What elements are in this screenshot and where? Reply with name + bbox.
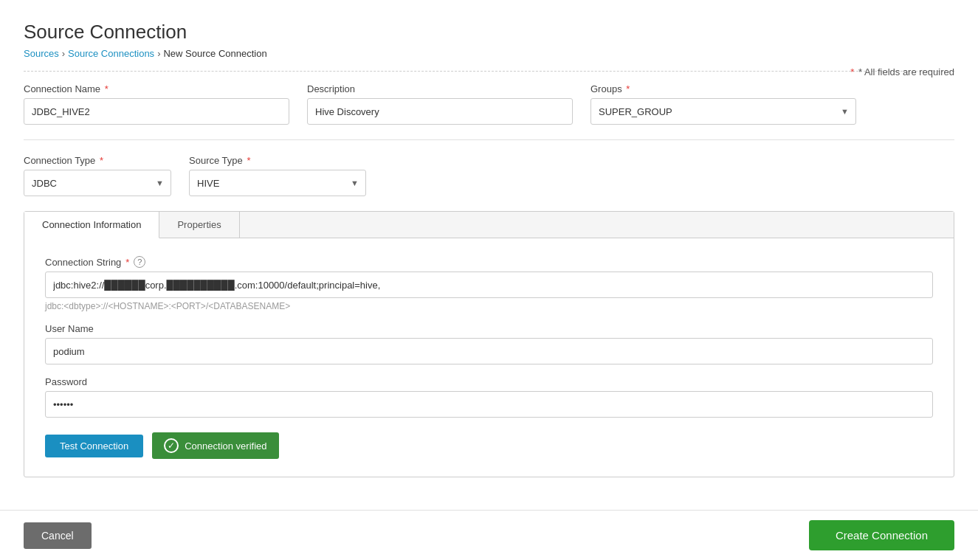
source-type-select[interactable]: HIVE	[189, 170, 366, 196]
connection-type-group: Connection Type * JDBC ▼	[24, 155, 171, 196]
page-container: Source Connection Sources › Source Conne…	[0, 0, 978, 560]
description-group: Description	[307, 83, 573, 125]
form-row-1: Connection Name * Description Groups * S…	[24, 83, 954, 125]
connection-type-label: Connection Type *	[24, 155, 171, 166]
breadcrumb-sep-2: ›	[157, 48, 160, 59]
test-connection-button[interactable]: Test Connection	[45, 435, 143, 457]
breadcrumb-sep-1: ›	[62, 48, 65, 59]
tabs-container: Connection Information Properties Connec…	[24, 211, 954, 477]
tab-connection-information[interactable]: Connection Information	[24, 212, 159, 238]
username-group: User Name	[45, 323, 933, 364]
breadcrumb: Sources › Source Connections › New Sourc…	[24, 48, 954, 59]
connection-string-input[interactable]	[45, 272, 933, 298]
source-type-group: Source Type * HIVE ▼	[189, 155, 366, 196]
connection-type-select[interactable]: JDBC	[24, 170, 171, 196]
section-divider-1	[24, 139, 954, 140]
description-input[interactable]	[307, 98, 573, 125]
connection-string-label-row: Connection String * ?	[45, 256, 933, 268]
source-type-select-wrapper: HIVE ▼	[189, 170, 366, 196]
cancel-button[interactable]: Cancel	[24, 522, 92, 549]
password-group: Password	[45, 376, 933, 418]
groups-select-wrapper: SUPER_GROUP ▼	[590, 98, 856, 125]
tabs-header: Connection Information Properties	[24, 212, 954, 238]
username-input[interactable]	[45, 338, 933, 364]
help-icon[interactable]: ?	[134, 256, 145, 268]
connection-verified-badge: ✓ Connection verified	[152, 432, 278, 459]
groups-label: Groups *	[590, 83, 856, 94]
breadcrumb-sources[interactable]: Sources	[24, 48, 59, 59]
breadcrumb-source-connections[interactable]: Source Connections	[68, 48, 154, 59]
test-row: Test Connection ✓ Connection verified	[45, 432, 933, 459]
form-row-2: Connection Type * JDBC ▼ Source Type * H…	[24, 155, 954, 196]
groups-select[interactable]: SUPER_GROUP	[590, 98, 856, 125]
create-connection-button[interactable]: Create Connection	[809, 520, 954, 550]
username-label: User Name	[45, 323, 933, 334]
password-label: Password	[45, 376, 933, 387]
connection-name-input[interactable]	[24, 98, 289, 125]
groups-group: Groups * SUPER_GROUP ▼	[590, 83, 856, 125]
breadcrumb-current: New Source Connection	[163, 48, 266, 59]
password-input[interactable]	[45, 391, 933, 418]
source-type-label: Source Type *	[189, 155, 366, 166]
tab-content-connection-information: Connection String * ? jdbc:<dbtype>://<H…	[24, 238, 954, 477]
connection-name-group: Connection Name *	[24, 83, 289, 125]
top-divider	[24, 71, 954, 72]
description-label: Description	[307, 83, 573, 94]
connection-string-hint: jdbc:<dbtype>://<HOSTNAME>:<PORT>/<DATAB…	[45, 301, 933, 311]
bottom-bar: Cancel Create Connection	[0, 510, 978, 560]
page-title: Source Connection	[24, 21, 954, 44]
checkmark-icon: ✓	[164, 438, 179, 453]
tab-properties[interactable]: Properties	[159, 212, 239, 238]
required-note: * * All fields are required	[850, 66, 954, 77]
connection-type-select-wrapper: JDBC ▼	[24, 170, 171, 196]
connection-string-group: Connection String * ? jdbc:<dbtype>://<H…	[45, 256, 933, 311]
connection-name-label: Connection Name *	[24, 83, 289, 94]
